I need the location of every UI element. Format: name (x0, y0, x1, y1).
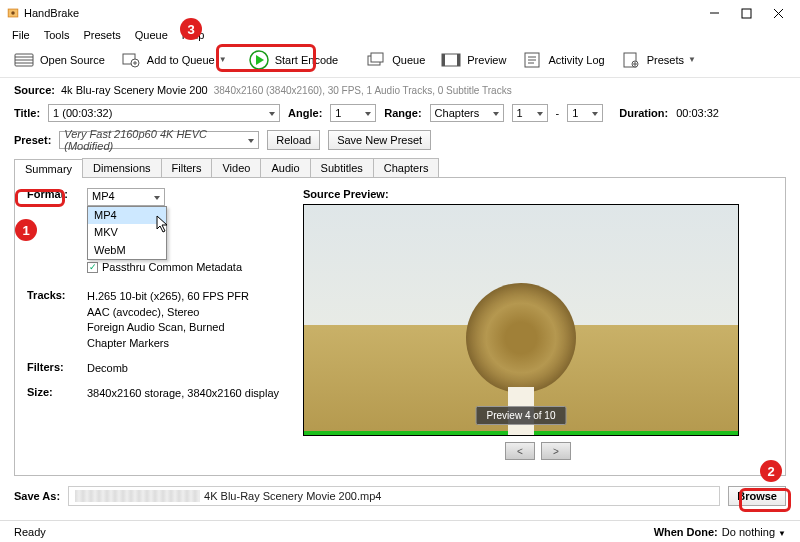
titlebar: HandBrake (0, 0, 800, 26)
passthru-checkbox[interactable]: ✓ (87, 262, 98, 273)
preview-label: Preview (467, 54, 506, 66)
summary-panel: Format: MP4 MP4 MKV WebM ✓ Passthru Comm… (14, 178, 786, 476)
preset-row: Preset: Very Fast 2160p60 4K HEVC (Modif… (0, 126, 800, 158)
range-mode-value: Chapters (435, 107, 480, 119)
save-new-label: Save New Preset (337, 134, 422, 146)
save-new-preset-button[interactable]: Save New Preset (328, 130, 431, 150)
add-to-queue-icon (121, 50, 141, 70)
reload-button[interactable]: Reload (267, 130, 320, 150)
tab-subtitles[interactable]: Subtitles (310, 158, 374, 177)
redacted-path (75, 490, 200, 502)
queue-button[interactable]: Queue (362, 48, 429, 72)
preview-counter: Preview 4 of 10 (476, 406, 567, 425)
callout-3: 3 (180, 18, 202, 40)
angle-value: 1 (335, 107, 341, 119)
source-name: 4k Blu-ray Scenery Movie 200 (61, 84, 208, 96)
menu-presets[interactable]: Presets (77, 27, 126, 43)
format-select[interactable]: MP4 (87, 188, 165, 206)
filters-label: Filters: (27, 361, 87, 376)
passthru-label: Passthru Common Metadata (102, 260, 242, 275)
when-done-label: When Done: (654, 526, 718, 538)
tracks-values: H.265 10-bit (x265), 60 FPS PFR AAC (avc… (87, 289, 287, 351)
track-line: Foreign Audio Scan, Burned (87, 320, 287, 335)
reload-label: Reload (276, 134, 311, 146)
menu-tools[interactable]: Tools (38, 27, 76, 43)
preview-button[interactable]: Preview (437, 48, 510, 72)
activity-log-button[interactable]: Activity Log (518, 48, 608, 72)
format-value: MP4 (92, 189, 115, 204)
source-preview: Preview 4 of 10 (303, 204, 739, 436)
tab-audio[interactable]: Audio (260, 158, 310, 177)
presets-button[interactable]: Presets ▼ (617, 48, 700, 72)
save-bar: Save As: 4K Blu-Ray Scenery Movie 200.mp… (0, 476, 800, 510)
menu-queue[interactable]: Queue (129, 27, 174, 43)
size-value: 3840x2160 storage, 3840x2160 display (87, 386, 287, 401)
svg-marker-30 (157, 216, 167, 232)
save-path-input[interactable]: 4K Blu-Ray Scenery Movie 200.mp4 (68, 486, 720, 506)
range-dash: - (556, 107, 560, 119)
save-as-label: Save As: (14, 490, 60, 502)
start-encode-label: Start Encode (275, 54, 339, 66)
app-logo-icon (6, 6, 20, 20)
open-source-button[interactable]: Open Source (10, 48, 109, 72)
browse-button[interactable]: Browse (728, 486, 786, 506)
preview-image (304, 205, 738, 435)
title-select[interactable]: 1 (00:03:32) (48, 104, 280, 122)
tab-video[interactable]: Video (211, 158, 261, 177)
size-label: Size: (27, 386, 87, 401)
toolbar: Open Source Add to Queue ▼ Start Encode … (0, 44, 800, 78)
tabs: Summary Dimensions Filters Video Audio S… (14, 158, 786, 178)
maximize-button[interactable] (730, 1, 762, 25)
range-to-select[interactable]: 1 (567, 104, 603, 122)
minimize-button[interactable] (698, 1, 730, 25)
range-to-value: 1 (572, 107, 578, 119)
tab-filters[interactable]: Filters (161, 158, 213, 177)
callout-2: 2 (760, 460, 782, 482)
queue-label: Queue (392, 54, 425, 66)
range-from-select[interactable]: 1 (512, 104, 548, 122)
mouse-cursor-icon (156, 215, 170, 233)
track-line: Chapter Markers (87, 336, 287, 351)
start-encode-button[interactable]: Start Encode (245, 48, 343, 72)
activity-log-icon (522, 50, 542, 70)
angle-label: Angle: (288, 107, 322, 119)
format-option-webm[interactable]: WebM (88, 242, 166, 259)
add-to-queue-button[interactable]: Add to Queue ▼ (117, 48, 231, 72)
menubar: File Tools Presets Queue Help (0, 26, 800, 44)
title-value: 1 (00:03:32) (53, 107, 112, 119)
preset-value: Very Fast 2160p60 4K HEVC (Modified) (64, 128, 254, 152)
svg-point-2 (11, 11, 15, 15)
preview-next-button[interactable]: > (541, 442, 571, 460)
svg-rect-4 (742, 9, 751, 18)
svg-marker-16 (256, 55, 264, 65)
tracks-label: Tracks: (27, 289, 87, 351)
tab-chapters[interactable]: Chapters (373, 158, 440, 177)
when-done-value[interactable]: Do nothing ▼ (722, 526, 786, 538)
play-icon (249, 50, 269, 70)
preset-select[interactable]: Very Fast 2160p60 4K HEVC (Modified) (59, 131, 259, 149)
tab-dimensions[interactable]: Dimensions (82, 158, 161, 177)
track-line: H.265 10-bit (x265), 60 FPS PFR (87, 289, 287, 304)
status-text: Ready (14, 526, 46, 538)
angle-select[interactable]: 1 (330, 104, 376, 122)
preview-icon (441, 50, 461, 70)
title-label: Title: (14, 107, 40, 119)
format-dropdown: MP4 MKV WebM (87, 206, 167, 260)
svg-rect-18 (371, 53, 383, 62)
title-row: Title: 1 (00:03:32) Angle: 1 Range: Chap… (0, 100, 800, 126)
activity-log-label: Activity Log (548, 54, 604, 66)
menu-file[interactable]: File (6, 27, 36, 43)
presets-label: Presets (647, 54, 684, 66)
queue-icon (366, 50, 386, 70)
range-mode-select[interactable]: Chapters (430, 104, 504, 122)
svg-rect-20 (442, 54, 445, 66)
format-option-mp4[interactable]: MP4 (88, 207, 166, 224)
close-button[interactable] (762, 1, 794, 25)
when-done-text: Do nothing (722, 526, 775, 538)
preset-label: Preset: (14, 134, 51, 146)
window-title: HandBrake (24, 7, 698, 19)
duration-value: 00:03:32 (676, 107, 719, 119)
preview-prev-button[interactable]: < (505, 442, 535, 460)
tab-summary[interactable]: Summary (14, 159, 83, 178)
format-option-mkv[interactable]: MKV (88, 224, 166, 241)
